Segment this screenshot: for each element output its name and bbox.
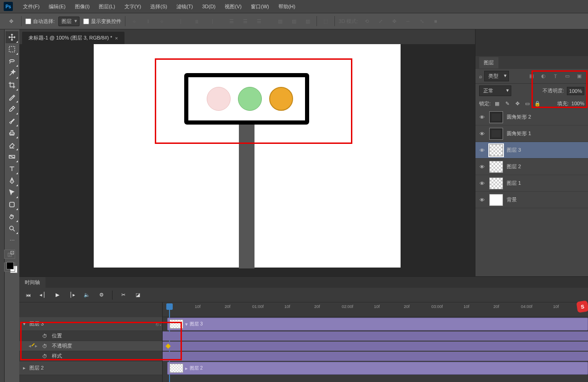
show-transform-check[interactable]: 显示变换控件 <box>83 18 121 25</box>
layer-name[interactable]: 图层 3 <box>507 147 521 154</box>
stopwatch-icon[interactable]: ⏱ <box>42 343 47 349</box>
prop-track[interactable] <box>163 342 588 351</box>
more-tools[interactable]: ⋯ <box>6 234 18 246</box>
stopwatch-icon[interactable]: ⏱ <box>42 333 47 339</box>
gradient-tool[interactable] <box>6 151 18 163</box>
play-button[interactable]: ▶ <box>53 292 62 298</box>
auto-select-check[interactable]: 自动选择: <box>25 18 55 25</box>
chevron-right-icon[interactable]: ▸ <box>185 365 188 371</box>
menu-edit[interactable]: 编辑(E) <box>44 0 70 13</box>
mute-button[interactable]: 🔈 <box>83 292 91 298</box>
layer-thumb[interactable] <box>489 177 503 189</box>
layer-name[interactable]: 图层 2 <box>507 163 521 170</box>
chevron-right-icon[interactable]: ▸ <box>23 365 26 371</box>
eye-icon[interactable]: 👁 <box>478 181 486 186</box>
auto-align-icon[interactable]: ⬚ <box>321 16 331 26</box>
align-hcenter-icon[interactable]: ⫼ <box>192 16 202 26</box>
chevron-down-icon[interactable]: ▾ <box>23 321 26 327</box>
close-icon[interactable]: × <box>115 35 118 41</box>
lock-pos-icon[interactable]: ✥ <box>514 100 521 107</box>
menu-view[interactable]: 视图(V) <box>220 0 246 13</box>
split-button[interactable]: ✂ <box>119 292 127 298</box>
prev-frame-button[interactable]: ◂⎪ <box>39 292 47 298</box>
filter-kind-select[interactable]: 类型 <box>484 71 509 81</box>
wand-tool[interactable] <box>6 67 18 79</box>
prop-track[interactable] <box>163 331 588 341</box>
dist-right-icon[interactable]: ▥ <box>303 16 313 26</box>
layer-name[interactable]: 圆角矩形 1 <box>507 130 531 137</box>
timeline-clip[interactable]: ▸ 图层 2 <box>167 362 588 375</box>
dist-left-icon[interactable]: ▥ <box>275 16 285 26</box>
layer-row[interactable]: 👁圆角矩形 1 <box>475 125 588 142</box>
menu-file[interactable]: 文件(F) <box>18 0 44 13</box>
layer-row[interactable]: 👁图层 2 <box>475 159 588 175</box>
orbit-icon[interactable]: ⟲ <box>362 16 372 26</box>
layer-row[interactable]: 👁图层 3 <box>475 142 588 159</box>
filter-text-icon[interactable]: T <box>550 71 560 81</box>
chevron-down-icon[interactable]: ▾ <box>185 321 188 327</box>
pen-tool[interactable] <box>6 175 18 187</box>
layer-thumb[interactable] <box>489 144 503 156</box>
prop-row-position[interactable]: ⏱ 位置 <box>19 331 162 341</box>
eyedropper-tool[interactable] <box>6 91 18 103</box>
lock-image-icon[interactable]: ✎ <box>503 100 511 107</box>
stamp-tool[interactable] <box>6 127 18 139</box>
move-tool[interactable] <box>6 31 18 43</box>
menu-text[interactable]: 文字(Y) <box>120 0 146 13</box>
eye-icon[interactable]: 👁 <box>478 131 486 137</box>
layer-name[interactable]: 背景 <box>507 196 517 203</box>
menu-layer[interactable]: 图层(L) <box>94 0 119 13</box>
lock-trans-icon[interactable]: ▦ <box>493 100 501 107</box>
fill-value[interactable]: 100% <box>571 101 584 106</box>
next-frame-button[interactable]: ⎪▸ <box>68 292 76 298</box>
playhead[interactable] <box>166 303 173 310</box>
dist-bottom-icon[interactable]: ☰ <box>254 16 264 26</box>
timeline-clip[interactable]: ▾ 图层 3 <box>167 318 588 331</box>
layer-thumb[interactable] <box>489 161 503 173</box>
stopwatch-icon[interactable]: ⏱ <box>42 353 47 359</box>
first-frame-button[interactable]: ⏮ <box>24 292 32 298</box>
canvas[interactable] <box>94 44 401 268</box>
prop-track[interactable] <box>163 352 588 361</box>
tab-timeline[interactable]: 时间轴 <box>19 277 45 288</box>
layer-row[interactable]: 👁背景 <box>475 192 588 208</box>
layer-row[interactable]: 👁图层 1 <box>475 175 588 192</box>
transition-button[interactable]: ◪ <box>134 292 142 298</box>
lasso-tool[interactable] <box>6 55 18 67</box>
menu-help[interactable]: 帮助(H) <box>274 0 300 13</box>
dist-top-icon[interactable]: ☰ <box>226 16 237 26</box>
document-tab[interactable]: 未标题-1 @ 100% (图层 3, RGB/8#) * × <box>22 32 124 44</box>
eye-icon[interactable]: 👁 <box>478 197 486 203</box>
menu-select[interactable]: 选择(S) <box>146 0 172 13</box>
path-select-tool[interactable] <box>6 187 18 199</box>
filter-adjust-icon[interactable]: ◐ <box>538 71 548 81</box>
filter-pixel-icon[interactable]: ▦ <box>526 71 537 81</box>
quickmask-icon[interactable]: ◫ <box>4 250 15 259</box>
align-left-icon[interactable]: ⎸ <box>178 16 188 26</box>
align-bottom-icon[interactable]: ⟐ <box>157 16 167 26</box>
layer-thumb[interactable] <box>489 111 503 123</box>
camera-icon[interactable]: ■ <box>430 16 441 26</box>
auto-select-target[interactable]: 图层 <box>58 17 79 26</box>
roll-icon[interactable]: ⤢ <box>375 16 385 26</box>
text-tool[interactable] <box>6 163 18 175</box>
settings-icon[interactable]: ⚙ <box>97 292 106 298</box>
menu-3d[interactable]: 3D(D) <box>198 1 220 12</box>
pan-icon[interactable]: ✥ <box>389 16 399 26</box>
tab-layers[interactable]: 图层 <box>479 57 498 68</box>
layer-row[interactable]: 👁圆角矩形 2 <box>475 109 588 125</box>
align-top-icon[interactable]: ⟐ <box>129 16 139 26</box>
layer-thumb[interactable] <box>489 128 503 140</box>
marquee-tool[interactable] <box>6 43 18 55</box>
slide-icon[interactable]: ↔ <box>403 16 413 26</box>
heal-tool[interactable] <box>6 103 18 115</box>
eye-icon[interactable]: 👁 <box>478 114 486 120</box>
shape-tool[interactable] <box>6 199 18 211</box>
eraser-tool[interactable] <box>6 139 18 151</box>
filter-smart-icon[interactable]: ▣ <box>574 71 584 81</box>
prop-row-style[interactable]: ⏱ 样式 <box>19 351 162 361</box>
track-header[interactable]: ▾ 图层 3 ⎋▾ <box>19 317 162 331</box>
align-vcenter-icon[interactable]: ⫴ <box>143 16 153 26</box>
menu-image[interactable]: 图像(I) <box>70 0 94 13</box>
prop-row-opacity[interactable]: ◂▸ ⏱ 不透明度 <box>19 341 162 351</box>
